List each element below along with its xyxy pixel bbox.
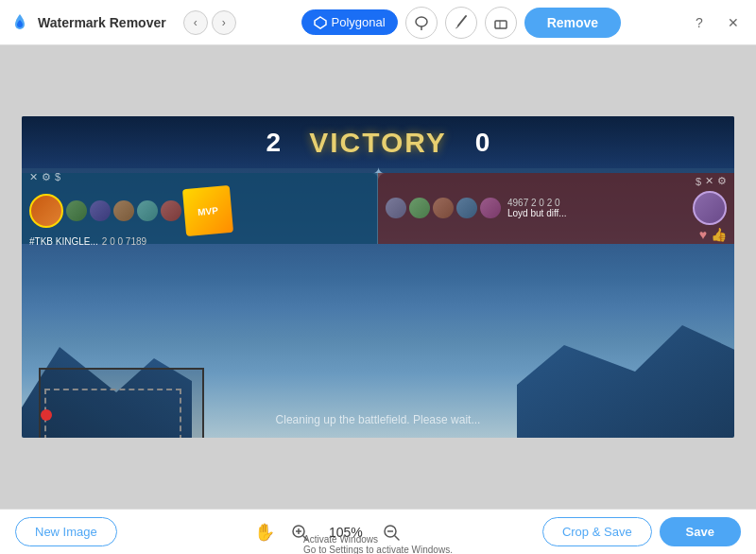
toolbar: Polygonal Remove xyxy=(301,7,622,39)
selection-inner xyxy=(44,389,181,438)
char-avatar-3 xyxy=(113,200,134,221)
forward-button[interactable]: › xyxy=(212,10,236,35)
score-right: 0 xyxy=(475,128,490,158)
player-name-left: #TKB KINGLE... xyxy=(29,236,98,247)
char-avatar-2 xyxy=(90,200,111,221)
char-avatar-4 xyxy=(137,200,158,221)
dollar-icon: $ xyxy=(55,171,60,182)
right-char-1 xyxy=(386,198,406,218)
bottom-left: New Image xyxy=(15,517,117,546)
app-logo-icon xyxy=(9,12,30,33)
selection-box xyxy=(39,368,204,438)
char-avatar-5 xyxy=(161,200,181,221)
stats-right-team: $ ✕ ⚙ 4967 2 0 2 0 Loyd xyxy=(378,173,734,244)
brush-tool-button[interactable] xyxy=(445,7,477,39)
victory-bar: 2 VICTORY 0 xyxy=(22,116,734,168)
help-button[interactable]: ? xyxy=(686,9,713,36)
bottom-right: Crop & Save Save xyxy=(542,517,741,546)
eraser-tool-button[interactable] xyxy=(485,7,517,39)
mvp-badge: MVP xyxy=(182,184,233,235)
svg-point-1 xyxy=(416,17,427,26)
stats-bar: ✕ ⚙ $ MVP xyxy=(22,173,734,244)
sword-icon-right: ✕ xyxy=(705,175,713,187)
app-title: Watermark Remover xyxy=(38,15,166,30)
right-stats: 4967 2 0 2 0 xyxy=(507,198,567,208)
hand-tool-icon[interactable]: ✋ xyxy=(254,522,275,543)
brush-icon xyxy=(453,14,470,31)
right-char-5 xyxy=(480,198,501,218)
right-char-2 xyxy=(409,198,430,218)
remove-button[interactable]: Remove xyxy=(524,8,621,38)
title-left: Watermark Remover ‹ › xyxy=(9,10,236,35)
mountain-right xyxy=(517,305,734,438)
player-stats-left: 2 0 0 7189 xyxy=(102,236,146,247)
eraser-icon xyxy=(492,14,509,31)
right-char-4 xyxy=(456,198,477,218)
svg-rect-4 xyxy=(495,21,507,28)
score-left: 2 xyxy=(266,128,282,158)
sword-icon: ✕ xyxy=(29,171,38,183)
close-button[interactable]: ✕ xyxy=(720,9,747,36)
victory-text: VICTORY xyxy=(309,127,447,159)
main-canvas-area: 2 VICTORY 0 ✦ ✕ ⚙ $ xyxy=(0,45,756,509)
polygonal-tool-button[interactable]: Polygonal xyxy=(301,9,398,35)
title-bar: Watermark Remover ‹ › Polygonal xyxy=(0,0,756,45)
battlefield-status-text: Cleaning up the battlefield. Please wait… xyxy=(276,413,481,426)
canvas-image: 2 VICTORY 0 ✦ ✕ ⚙ $ xyxy=(22,116,734,438)
back-button[interactable]: ‹ xyxy=(183,10,208,35)
new-image-button[interactable]: New Image xyxy=(15,517,117,546)
lasso-tool-button[interactable] xyxy=(405,7,438,39)
stats-left-team: ✕ ⚙ $ MVP xyxy=(22,173,378,244)
nav-buttons: ‹ › xyxy=(183,10,236,35)
crop-save-button[interactable]: Crop & Save xyxy=(542,517,652,546)
gear-icon-right: ⚙ xyxy=(717,175,727,187)
right-char-3 xyxy=(433,198,454,218)
polygonal-icon xyxy=(314,16,327,29)
char-avatar-1 xyxy=(66,200,87,221)
dollar-icon-right: $ xyxy=(696,176,701,187)
thumb-icon: 👍 xyxy=(711,227,727,242)
window-controls: ? ✕ xyxy=(686,9,747,36)
heart-icon: ♥ xyxy=(699,227,707,242)
activate-windows-text: Activate WindowsGo to Settings to activa… xyxy=(303,534,453,554)
player-avatar-left xyxy=(29,194,63,228)
right-player-avatar xyxy=(693,191,727,225)
svg-line-3 xyxy=(458,16,466,26)
gear-icon: ⚙ xyxy=(42,171,51,183)
save-button[interactable]: Save xyxy=(660,517,741,546)
lasso-icon xyxy=(413,14,430,31)
svg-marker-0 xyxy=(315,17,326,28)
right-player-name: Loyd but diff... xyxy=(507,208,567,218)
selection-anchor-dot xyxy=(41,409,52,421)
